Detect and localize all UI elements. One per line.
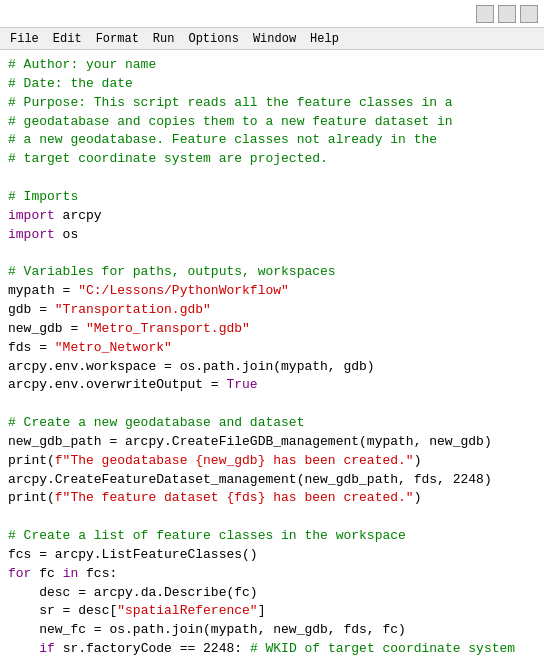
code-line-3: # geodatabase and copies them to a new f… — [8, 113, 536, 132]
menu-item-options[interactable]: Options — [182, 31, 244, 47]
code-line-8: import arcpy — [8, 207, 536, 226]
code-line-6 — [8, 169, 536, 188]
code-line-22: arcpy.CreateFeatureDataset_management(ne… — [8, 471, 536, 490]
code-line-17: arcpy.env.overwriteOutput = True — [8, 376, 536, 395]
window-controls — [476, 5, 538, 23]
code-line-10 — [8, 244, 536, 263]
code-line-29: sr = desc["spatialReference"] — [8, 602, 536, 621]
code-line-30: new_fc = os.path.join(mypath, new_gdb, f… — [8, 621, 536, 640]
code-line-13: gdb = "Transportation.gdb" — [8, 301, 536, 320]
menu-item-window[interactable]: Window — [247, 31, 302, 47]
code-line-20: new_gdb_path = arcpy.CreateFileGDB_manag… — [8, 433, 536, 452]
menu-bar: FileEditFormatRunOptionsWindowHelp — [0, 28, 544, 50]
code-line-12: mypath = "C:/Lessons/PythonWorkflow" — [8, 282, 536, 301]
code-line-23: print(f"The feature dataset {fds} has be… — [8, 489, 536, 508]
code-line-15: fds = "Metro_Network" — [8, 339, 536, 358]
code-line-4: # a new geodatabase. Feature classes not… — [8, 131, 536, 150]
code-line-14: new_gdb = "Metro_Transport.gdb" — [8, 320, 536, 339]
code-line-28: desc = arcpy.da.Describe(fc) — [8, 584, 536, 603]
code-line-9: import os — [8, 226, 536, 245]
code-line-25: # Create a list of feature classes in th… — [8, 527, 536, 546]
minimize-button[interactable] — [476, 5, 494, 23]
code-line-27: for fc in fcs: — [8, 565, 536, 584]
code-line-19: # Create a new geodatabase and dataset — [8, 414, 536, 433]
title-bar — [0, 0, 544, 28]
menu-item-run[interactable]: Run — [147, 31, 181, 47]
menu-item-format[interactable]: Format — [90, 31, 145, 47]
code-line-16: arcpy.env.workspace = os.path.join(mypat… — [8, 358, 536, 377]
menu-item-help[interactable]: Help — [304, 31, 345, 47]
code-line-5: # target coordinate system are projected… — [8, 150, 536, 169]
code-line-26: fcs = arcpy.ListFeatureClasses() — [8, 546, 536, 565]
code-line-2: # Purpose: This script reads all the fea… — [8, 94, 536, 113]
code-line-1: # Date: the date — [8, 75, 536, 94]
maximize-button[interactable] — [498, 5, 516, 23]
code-line-7: # Imports — [8, 188, 536, 207]
code-area: # Author: your name# Date: the date# Pur… — [0, 50, 544, 662]
code-line-18 — [8, 395, 536, 414]
menu-item-file[interactable]: File — [4, 31, 45, 47]
code-line-21: print(f"The geodatabase {new_gdb} has be… — [8, 452, 536, 471]
code-line-24 — [8, 508, 536, 527]
code-line-0: # Author: your name — [8, 56, 536, 75]
menu-item-edit[interactable]: Edit — [47, 31, 88, 47]
code-line-11: # Variables for paths, outputs, workspac… — [8, 263, 536, 282]
code-line-31: if sr.factoryCode == 2248: # WKID of tar… — [8, 640, 536, 659]
close-button[interactable] — [520, 5, 538, 23]
